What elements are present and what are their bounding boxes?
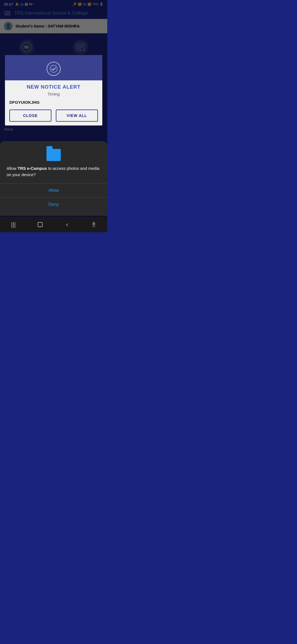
back-button[interactable]: ‹ [61,218,74,231]
notice-modal-header [5,55,102,80]
folder-icon [46,149,61,161]
notice-modal: NEW NOTICE ALERT Timing DFGYUIOKJHG CLOS… [5,55,102,125]
deny-button[interactable]: Deny [7,198,101,211]
permission-text: Allow TRS e-Campus to access photos and … [7,165,101,178]
nav-bar: ||| ‹ [0,217,107,232]
svg-rect-20 [38,222,42,227]
notice-modal-subtitle: Timing [48,92,60,96]
svg-line-24 [93,225,94,227]
close-button[interactable]: CLOSE [9,110,51,122]
svg-point-21 [93,222,94,223]
notice-modal-actions: CLOSE VIEW ALL [9,110,98,122]
notice-modal-body: NEW NOTICE ALERT Timing DFGYUIOKJHG CLOS… [5,80,102,125]
app-name: TRS e-Campus [18,166,47,171]
allow-button[interactable]: Allow [7,184,101,197]
permission-sheet: Allow TRS e-Campus to access photos and … [0,141,107,216]
folder-icon-container [7,149,101,161]
svg-line-25 [94,225,95,227]
view-all-button[interactable]: VIEW ALL [56,110,98,122]
accessibility-button[interactable] [87,218,100,231]
svg-point-19 [50,65,57,72]
recent-apps-button[interactable]: ||| [7,218,20,231]
notice-modal-content: DFGYUIOKJHG [9,100,98,105]
check-icon [46,62,61,76]
notice-modal-title: NEW NOTICE ALERT [27,84,80,90]
home-button[interactable] [34,218,47,231]
